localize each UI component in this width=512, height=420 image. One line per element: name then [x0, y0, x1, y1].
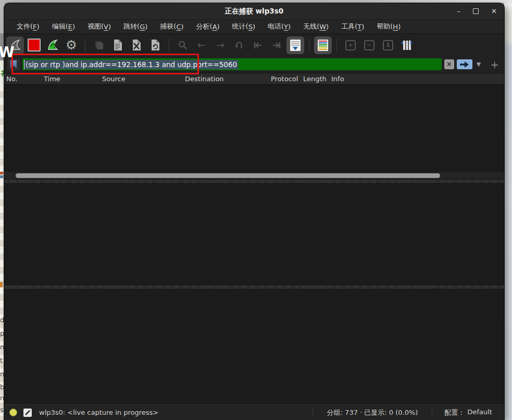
- clear-x-icon: ✕: [446, 60, 452, 68]
- open-file-button[interactable]: [90, 36, 108, 54]
- toolbar-separator: [336, 39, 337, 52]
- go-last-packet-button[interactable]: [268, 36, 285, 54]
- profile-label: 配置：: [444, 408, 465, 417]
- filter-toolbar: (sip or rtp )and ip.addr==192.168.1.3 an…: [4, 56, 504, 73]
- zoom-original-icon: 1: [383, 40, 393, 50]
- screenshot-stage: # d p m t m b n s W 正在捕获 wlp3s0 – ✕ 文件(F…: [0, 0, 512, 420]
- profile-selector[interactable]: 配置： Default: [438, 408, 499, 417]
- titlebar[interactable]: 正在捕获 wlp3s0 – ✕: [4, 3, 504, 20]
- colorize-toggle-button[interactable]: [314, 36, 332, 54]
- status-separator: [313, 408, 313, 417]
- column-no[interactable]: No.: [4, 75, 42, 83]
- go-back-button[interactable]: ←: [193, 36, 210, 54]
- menu-go[interactable]: 跳转(G): [117, 20, 154, 33]
- restart-fin-icon: [46, 39, 59, 52]
- restart-capture-button[interactable]: [44, 36, 61, 54]
- desktop-background-right: [504, 3, 512, 420]
- zoom-in-button[interactable]: +: [342, 36, 359, 54]
- resize-columns-button[interactable]: [398, 36, 416, 54]
- packet-stats-text: 分组: 737 · 已显示: 0 (0.0%): [318, 408, 427, 417]
- menu-edit[interactable]: 编辑(E): [46, 20, 81, 33]
- status-separator: [432, 408, 432, 417]
- bg-fragment: [0, 282, 3, 287]
- reload-file-button[interactable]: [146, 36, 164, 54]
- column-time[interactable]: Time: [42, 75, 100, 83]
- packet-details-pane[interactable]: [4, 184, 504, 285]
- capture-options-button[interactable]: ⚙: [63, 36, 80, 54]
- column-info[interactable]: Info: [329, 75, 504, 83]
- first-packet-icon: [253, 40, 263, 50]
- pane-splitter-top[interactable]: [4, 179, 504, 184]
- forward-arrow-icon: →: [216, 40, 224, 50]
- menu-tools[interactable]: 工具(T): [335, 20, 370, 33]
- bookmark-icon: [10, 60, 17, 69]
- window-controls: – ✕: [457, 3, 497, 19]
- zoom-original-button[interactable]: 1: [379, 36, 397, 54]
- zoom-out-button[interactable]: −: [360, 36, 378, 54]
- pencil-icon: [24, 410, 31, 416]
- resize-columns-icon: [401, 40, 413, 51]
- menu-telephony[interactable]: 电话(Y): [261, 20, 297, 33]
- packet-list-header: No. Time Source Destination Protocol Len…: [4, 73, 504, 85]
- expert-info-button[interactable]: [9, 409, 17, 416]
- wireshark-window: 正在捕获 wlp3s0 – ✕ 文件(F) 编辑(E) 视图(V) 跳转(G) …: [4, 3, 504, 420]
- packet-bytes-pane[interactable]: [4, 289, 504, 404]
- filter-clear-button[interactable]: ✕: [444, 59, 454, 69]
- bg-w-letter: W: [0, 44, 15, 61]
- menu-statistics[interactable]: 统计(S): [226, 20, 261, 33]
- menu-wireless[interactable]: 无线(W): [297, 20, 335, 33]
- reload-file-icon: [150, 39, 160, 51]
- menu-view[interactable]: 视图(V): [81, 20, 117, 33]
- menu-file[interactable]: 文件(F): [10, 20, 46, 33]
- scrollbar-thumb[interactable]: [16, 173, 440, 178]
- filter-add-button[interactable]: +: [490, 59, 499, 70]
- auto-scroll-icon: [289, 39, 302, 52]
- maximize-button[interactable]: [473, 8, 479, 14]
- zoom-out-icon: −: [364, 40, 374, 50]
- stop-icon: [28, 39, 41, 52]
- go-first-packet-button[interactable]: [249, 36, 267, 54]
- go-forward-button[interactable]: →: [211, 36, 229, 54]
- capture-status-text: wlp3s0: <live capture in progress>: [39, 409, 158, 416]
- auto-scroll-toggle-button[interactable]: [286, 36, 304, 54]
- column-source[interactable]: Source: [100, 75, 183, 83]
- save-file-button[interactable]: [109, 36, 127, 54]
- save-file-icon: [113, 39, 123, 51]
- column-protocol[interactable]: Protocol: [269, 75, 301, 83]
- column-destination[interactable]: Destination: [183, 75, 269, 83]
- back-arrow-icon: ←: [197, 40, 206, 50]
- open-file-icon: [93, 40, 105, 51]
- minimize-button[interactable]: –: [457, 8, 461, 15]
- menu-help[interactable]: 帮助(H): [370, 20, 407, 33]
- close-file-button[interactable]: [128, 36, 145, 54]
- zoom-in-icon: +: [345, 40, 356, 50]
- bg-fragment: [0, 175, 3, 178]
- close-button[interactable]: ✕: [491, 8, 497, 15]
- close-file-icon: [131, 39, 142, 51]
- find-packet-button[interactable]: [174, 36, 192, 54]
- last-packet-icon: [271, 40, 282, 50]
- toolbar-separator: [169, 39, 169, 52]
- stop-capture-button[interactable]: [25, 36, 43, 54]
- pane-splitter-bottom[interactable]: [4, 285, 504, 289]
- toolbar-separator: [309, 39, 309, 52]
- go-to-packet-button[interactable]: [230, 36, 248, 54]
- status-bar: wlp3s0: <live capture in progress> 分组: 7…: [4, 404, 504, 420]
- packet-list-pane[interactable]: [4, 85, 504, 171]
- filter-dropdown-caret[interactable]: ▼: [477, 61, 481, 68]
- column-length[interactable]: Length: [301, 75, 329, 83]
- magnifier-icon: [178, 40, 188, 50]
- filter-apply-button[interactable]: [457, 59, 472, 69]
- menu-capture[interactable]: 捕获(C): [154, 20, 190, 33]
- go-to-arrow-icon: [234, 40, 244, 50]
- colorize-icon: [317, 39, 329, 52]
- horizontal-scrollbar[interactable]: [4, 171, 504, 180]
- capture-comment-button[interactable]: [23, 409, 32, 417]
- apply-arrow-icon: [459, 61, 470, 68]
- main-toolbar: ⚙ ← →: [4, 34, 504, 56]
- gear-icon: ⚙: [66, 39, 77, 52]
- window-title: 正在捕获 wlp3s0: [225, 7, 283, 16]
- bg-fragment: [0, 172, 3, 174]
- menu-analyze[interactable]: 分析(A): [190, 20, 226, 33]
- display-filter-input[interactable]: (sip or rtp )and ip.addr==192.168.1.3 an…: [22, 58, 442, 70]
